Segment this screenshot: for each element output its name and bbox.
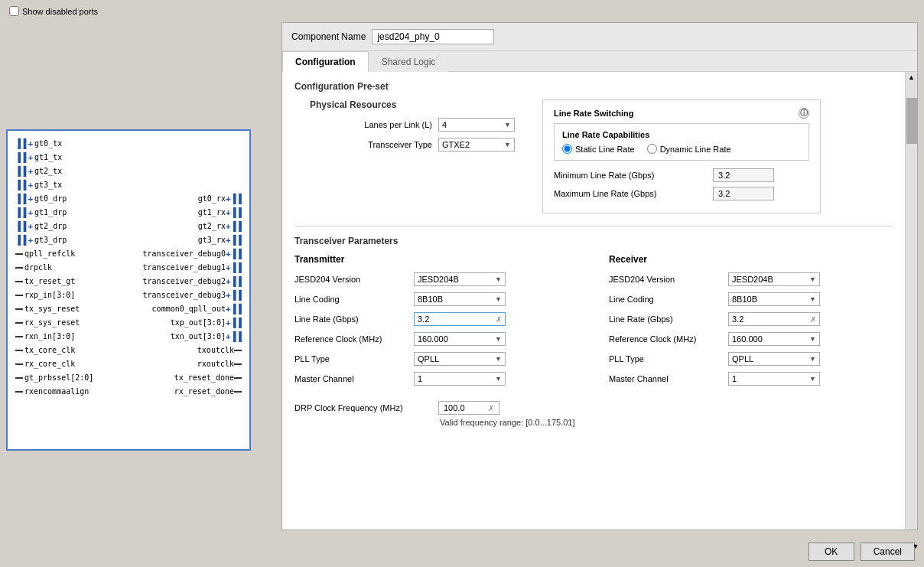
tx-master-channel-label: Master Channel bbox=[294, 374, 409, 383]
transceiver-params-section: Transceiver Parameters Transmitter JESD2… bbox=[294, 236, 893, 427]
rx-pll-type-label: PLL Type bbox=[609, 354, 724, 363]
tx-ref-clock-label: Reference Clock (MHz) bbox=[294, 334, 409, 344]
line-rate-box: Line Rate Switching ⓘ Line Rate Capabili… bbox=[542, 99, 821, 213]
dropdown-arrow-icon: ▼ bbox=[504, 141, 511, 148]
tx-line-rate-row: Line Rate (Gbps) 3.2 ✗ bbox=[294, 312, 578, 326]
show-disabled-ports-input[interactable] bbox=[9, 6, 19, 16]
content-area: ▐▐ + gt0_tx ▐▐ + gt1_tx bbox=[0, 22, 924, 536]
valid-freq-text: Valid frequency range: [0.0...175.01] bbox=[440, 418, 893, 427]
rx-master-channel-select[interactable]: 1 ▼ bbox=[728, 372, 820, 386]
rx-ref-clock-select[interactable]: 160.000 ▼ bbox=[728, 332, 820, 346]
min-line-rate-row: Minimum Line Rate (Gbps) bbox=[554, 168, 809, 182]
rx-line-coding-value: 8B10B bbox=[732, 295, 757, 304]
static-line-rate-radio[interactable] bbox=[562, 144, 572, 154]
port-left: ▐▐ + gt0_tx bbox=[15, 137, 62, 151]
lanes-per-link-select[interactable]: 4 ▼ bbox=[438, 118, 515, 132]
min-line-rate-input[interactable] bbox=[713, 168, 774, 182]
left-panel: ▐▐ + gt0_tx ▐▐ + gt1_tx bbox=[6, 22, 281, 530]
dropdown-arrow-icon: ▼ bbox=[809, 275, 816, 283]
port-row: ▐▐ + gt3_tx bbox=[14, 178, 246, 192]
dynamic-line-rate-label[interactable]: Dynamic Line Rate bbox=[647, 144, 731, 154]
dropdown-arrow-icon: ▼ bbox=[495, 335, 502, 343]
receiver-column: Receiver JESD204 Version JESD204B ▼ bbox=[609, 254, 893, 392]
transceiver-type-label: Transceiver Type bbox=[310, 140, 432, 149]
max-line-rate-input[interactable] bbox=[713, 187, 774, 200]
transmitter-column: Transmitter JESD204 Version JESD204B ▼ bbox=[294, 254, 578, 392]
drp-clock-clear-icon[interactable]: ✗ bbox=[488, 404, 494, 412]
tx-pll-type-select[interactable]: QPLL ▼ bbox=[414, 352, 506, 366]
rx-jesd204-version-row: JESD204 Version JESD204B ▼ bbox=[609, 272, 893, 286]
port-row: ▐▐ + gt1_tx bbox=[14, 151, 246, 165]
tx-ref-clock-row: Reference Clock (MHz) 160.000 ▼ bbox=[294, 332, 578, 346]
rx-pll-type-value: QPLL bbox=[732, 354, 753, 363]
dynamic-line-rate-text: Dynamic Line Rate bbox=[660, 145, 731, 154]
tx-jesd204-version-row: JESD204 Version JESD204B ▼ bbox=[294, 272, 578, 286]
rx-line-rate-value: 3.2 bbox=[732, 314, 743, 324]
tx-master-channel-row: Master Channel 1 ▼ bbox=[294, 372, 578, 386]
tx-jesd204-version-select[interactable]: JESD204B ▼ bbox=[414, 272, 506, 286]
component-name-input[interactable] bbox=[372, 29, 494, 44]
dropdown-arrow-icon: ▼ bbox=[809, 295, 816, 303]
dropdown-arrow-icon: ▼ bbox=[809, 335, 816, 343]
scroll-thumb[interactable] bbox=[906, 98, 917, 144]
drp-clock-row: DRP Clock Frequency (MHz) 100.0 ✗ bbox=[294, 401, 893, 415]
tx-line-rate-value: 3.2 bbox=[418, 314, 429, 324]
transceiver-type-select[interactable]: GTXE2 ▼ bbox=[438, 138, 515, 152]
rx-line-rate-label: Line Rate (Gbps) bbox=[609, 314, 724, 324]
rx-ref-clock-value: 160.000 bbox=[732, 334, 763, 344]
tx-master-channel-value: 1 bbox=[418, 374, 422, 383]
drp-section: DRP Clock Frequency (MHz) 100.0 ✗ Valid … bbox=[294, 401, 893, 427]
scroll-up-icon[interactable]: ▲ bbox=[906, 72, 917, 83]
rx-ref-clock-label: Reference Clock (MHz) bbox=[609, 334, 724, 344]
tx-line-rate-field[interactable]: 3.2 ✗ bbox=[414, 312, 506, 326]
tx-jesd204-version-label: JESD204 Version bbox=[294, 275, 409, 284]
tx-master-channel-select[interactable]: 1 ▼ bbox=[414, 372, 506, 386]
lanes-per-link-row: Lanes per Link (L) 4 ▼ bbox=[310, 118, 515, 132]
dynamic-line-rate-radio[interactable] bbox=[647, 144, 657, 154]
drp-clock-value: 100.0 bbox=[444, 403, 465, 412]
tab-shared-logic[interactable]: Shared Logic bbox=[369, 51, 449, 72]
port-label: gt2_tx bbox=[34, 165, 62, 178]
line-rate-radio-group: Static Line Rate Dynamic Line Rate bbox=[562, 144, 801, 154]
rx-master-channel-label: Master Channel bbox=[609, 374, 724, 383]
line-rate-switching-label: Line Rate Switching bbox=[554, 109, 634, 118]
rx-master-channel-value: 1 bbox=[732, 374, 737, 383]
port-label: gt0_tx bbox=[34, 137, 62, 151]
line-rate-capabilities-box: Line Rate Capabilities Static Line Rate bbox=[554, 123, 809, 161]
ok-button[interactable]: OK bbox=[808, 543, 854, 561]
rx-pll-type-select[interactable]: QPLL ▼ bbox=[728, 352, 820, 366]
rx-line-rate-field[interactable]: 3.2 ✗ bbox=[728, 312, 820, 326]
show-disabled-ports-checkbox[interactable]: Show disabled ports bbox=[9, 6, 98, 16]
rx-master-channel-row: Master Channel 1 ▼ bbox=[609, 372, 893, 386]
receiver-title: Receiver bbox=[609, 254, 893, 265]
dropdown-arrow-icon: ▼ bbox=[504, 121, 511, 129]
dropdown-arrow-icon: ▼ bbox=[495, 275, 502, 283]
tx-line-coding-select[interactable]: 8B10B ▼ bbox=[414, 292, 506, 306]
rx-line-coding-select[interactable]: 8B10B ▼ bbox=[728, 292, 820, 306]
config-preset-title: Configuration Pre-set bbox=[294, 81, 893, 92]
tx-pll-type-value: QPLL bbox=[418, 354, 439, 363]
port-label: gt1_tx bbox=[34, 151, 62, 165]
tx-line-coding-value: 8B10B bbox=[418, 295, 443, 304]
dropdown-arrow-icon: ▼ bbox=[809, 355, 816, 363]
config-preset-section: Configuration Pre-set Physical Resources… bbox=[294, 81, 893, 213]
transceiver-type-value: GTXE2 bbox=[442, 140, 470, 149]
rx-jesd204-version-select[interactable]: JESD204B ▼ bbox=[728, 272, 820, 286]
static-line-rate-label[interactable]: Static Line Rate bbox=[562, 144, 635, 154]
rx-line-rate-clear-icon[interactable]: ✗ bbox=[810, 315, 816, 324]
drp-clock-input[interactable]: 100.0 ✗ bbox=[438, 401, 499, 415]
info-icon[interactable]: ⓘ bbox=[799, 108, 809, 119]
static-line-rate-text: Static Line Rate bbox=[575, 145, 635, 154]
cancel-button[interactable]: Cancel bbox=[861, 543, 915, 561]
rx-ref-clock-row: Reference Clock (MHz) 160.000 ▼ bbox=[609, 332, 893, 346]
drp-clock-label: DRP Clock Frequency (MHz) bbox=[294, 403, 432, 412]
rx-line-coding-row: Line Coding 8B10B ▼ bbox=[609, 292, 893, 306]
scrollbar[interactable]: ▲ ▼ bbox=[905, 72, 917, 530]
tx-line-rate-clear-icon[interactable]: ✗ bbox=[496, 315, 502, 324]
rx-pll-type-row: PLL Type QPLL ▼ bbox=[609, 352, 893, 366]
tx-line-coding-label: Line Coding bbox=[294, 295, 409, 304]
line-rate-title: Line Rate Switching ⓘ bbox=[554, 108, 809, 119]
tab-configuration[interactable]: Configuration bbox=[282, 51, 369, 72]
tx-ref-clock-select[interactable]: 160.000 ▼ bbox=[414, 332, 506, 346]
port-label: gt3_tx bbox=[34, 178, 62, 192]
